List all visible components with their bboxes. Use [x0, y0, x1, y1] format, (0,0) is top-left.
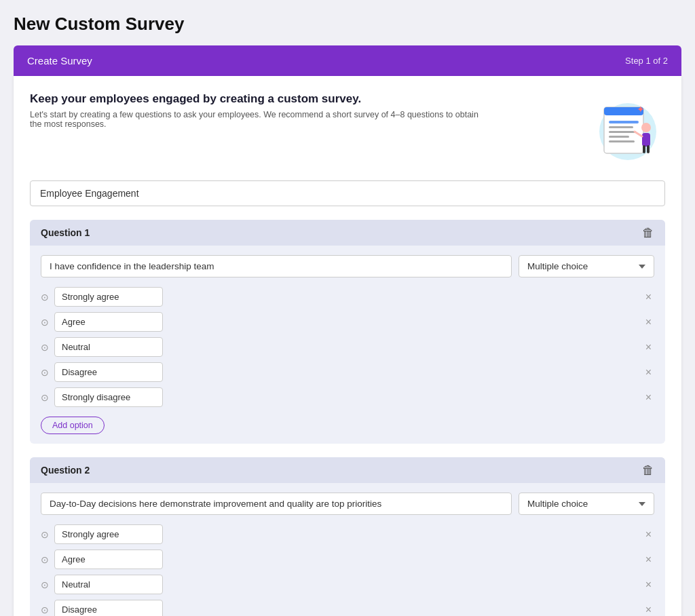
q2-option-4-input[interactable]	[54, 600, 163, 616]
q1-option-row-2: ⊙ ×	[41, 312, 654, 332]
q1-option-1-drag-icon: ⊙	[41, 292, 49, 303]
question-1-text-input[interactable]	[41, 255, 512, 277]
q1-add-option-button[interactable]: Add option	[41, 417, 105, 434]
q1-option-row-5: ⊙ ×	[41, 387, 654, 407]
q1-option-2-input[interactable]	[54, 312, 163, 332]
question-2-label: Question 2	[41, 465, 90, 476]
q1-option-4-drag-icon: ⊙	[41, 367, 49, 378]
q2-option-4-remove-icon[interactable]: ×	[643, 604, 654, 616]
intro-description: Let's start by creating a few questions …	[30, 110, 491, 129]
q2-option-2-input[interactable]	[54, 550, 163, 569]
q1-option-1-input[interactable]	[54, 287, 163, 307]
wizard-step: Step 1 of 2	[625, 56, 668, 66]
q1-option-row-3: ⊙ ×	[41, 337, 654, 357]
question-1-content: Multiple choice Short answer Rating ⊙ × …	[30, 246, 665, 444]
q2-option-row-4: ⊙ ×	[41, 600, 654, 616]
intro-section: Keep your employees engaged by creating …	[30, 92, 665, 167]
q1-option-3-drag-icon: ⊙	[41, 342, 49, 353]
q2-option-1-drag-icon: ⊙	[41, 529, 49, 540]
q1-option-4-input[interactable]	[54, 362, 163, 382]
q2-option-row-1: ⊙ ×	[41, 524, 654, 544]
question-2-text-input[interactable]	[41, 493, 512, 515]
q2-option-4-drag-icon: ⊙	[41, 604, 49, 615]
question-1-header: Question 1 🗑	[30, 220, 665, 246]
svg-rect-10	[642, 133, 650, 147]
q1-option-2-remove-icon[interactable]: ×	[643, 316, 654, 328]
q2-option-1-input[interactable]	[54, 524, 163, 544]
svg-rect-5	[609, 131, 636, 133]
svg-rect-3	[609, 121, 639, 123]
main-card: Keep your employees engaged by creating …	[14, 76, 681, 616]
question-2-type-select[interactable]: Multiple choice Short answer Rating	[519, 493, 654, 515]
svg-rect-6	[609, 136, 629, 138]
question-1-type-select[interactable]: Multiple choice Short answer Rating	[519, 255, 654, 277]
survey-name-input[interactable]	[30, 180, 665, 206]
q1-option-row-1: ⊙ ×	[41, 287, 654, 307]
question-2-content: Multiple choice Short answer Rating ⊙ × …	[30, 483, 665, 616]
q2-option-2-remove-icon[interactable]: ×	[643, 554, 654, 566]
q2-option-3-remove-icon[interactable]: ×	[643, 579, 654, 591]
svg-rect-11	[643, 145, 645, 153]
q2-option-row-2: ⊙ ×	[41, 550, 654, 569]
intro-text: Keep your employees engaged by creating …	[30, 92, 491, 129]
intro-heading: Keep your employees engaged by creating …	[30, 92, 491, 106]
q2-option-3-input[interactable]	[54, 575, 163, 594]
question-2-delete-icon[interactable]: 🗑	[642, 464, 654, 476]
question-2-row: Multiple choice Short answer Rating	[41, 493, 654, 515]
q1-option-4-remove-icon[interactable]: ×	[643, 366, 654, 379]
q1-option-3-remove-icon[interactable]: ×	[643, 341, 654, 353]
q1-option-5-input[interactable]	[54, 387, 163, 407]
svg-point-9	[641, 123, 651, 132]
q2-option-1-remove-icon[interactable]: ×	[643, 528, 654, 541]
q2-option-2-drag-icon: ⊙	[41, 554, 49, 565]
svg-rect-7	[609, 140, 635, 142]
q1-option-2-drag-icon: ⊙	[41, 317, 49, 328]
question-1-label: Question 1	[41, 227, 90, 238]
page-title: New Custom Survey	[14, 14, 681, 35]
question-1-delete-icon[interactable]: 🗑	[642, 227, 654, 239]
q1-option-5-remove-icon[interactable]: ×	[643, 391, 654, 404]
question-block-1: Question 1 🗑 Multiple choice Short answe…	[30, 220, 665, 444]
illustration: ✦	[590, 92, 665, 167]
wizard-header-label: Create Survey	[27, 55, 92, 66]
q1-option-1-remove-icon[interactable]: ×	[643, 291, 654, 303]
question-2-header: Question 2 🗑	[30, 457, 665, 483]
q1-option-5-drag-icon: ⊙	[41, 392, 49, 403]
svg-text:✦: ✦	[637, 104, 645, 115]
q1-option-3-input[interactable]	[54, 337, 163, 357]
wizard-header: Create Survey Step 1 of 2	[14, 45, 681, 76]
q1-option-row-4: ⊙ ×	[41, 362, 654, 382]
svg-rect-12	[647, 145, 650, 153]
svg-rect-4	[609, 126, 633, 128]
question-block-2: Question 2 🗑 Multiple choice Short answe…	[30, 457, 665, 616]
question-1-row: Multiple choice Short answer Rating	[41, 255, 654, 277]
q2-option-3-drag-icon: ⊙	[41, 579, 49, 590]
q2-option-row-3: ⊙ ×	[41, 575, 654, 594]
